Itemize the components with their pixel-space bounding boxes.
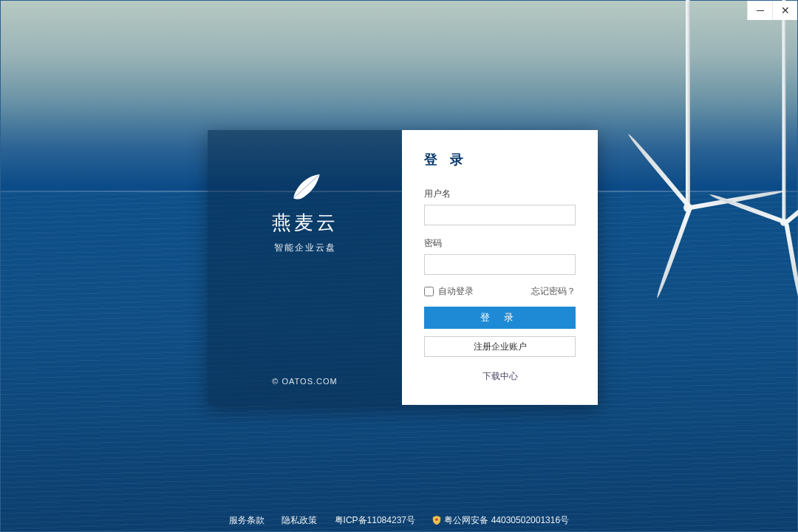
close-button[interactable]: ✕ (772, 1, 797, 20)
minimize-button[interactable] (747, 1, 772, 20)
login-form: 登 录 用户名 密码 自动登录 忘记密码？ 登 录 注册企业账户 下载中心 (402, 130, 598, 405)
download-center-link[interactable]: 下载中心 (424, 370, 576, 383)
login-card: 燕麦云 智能企业云盘 © OATOS.COM 登 录 用户名 密码 自动登录 忘… (208, 130, 598, 405)
auto-login-label: 自动登录 (438, 285, 474, 298)
brand-subtitle: 智能企业云盘 (274, 242, 336, 254)
brand-panel: 燕麦云 智能企业云盘 © OATOS.COM (208, 130, 402, 405)
minimize-icon (757, 10, 764, 11)
auto-login-checkbox[interactable]: 自动登录 (424, 285, 474, 298)
footer-police-link[interactable]: 粤公网安备 44030502001316号 (432, 515, 569, 525)
footer-police-text: 粤公网安备 44030502001316号 (444, 515, 569, 525)
leaf-logo-icon (289, 173, 321, 202)
app-window: ✕ 燕麦云 智能企业云盘 © OATOS.COM 登 录 用户名 密码 自动登 (0, 0, 798, 532)
register-button[interactable]: 注册企业账户 (424, 336, 576, 357)
footer-terms-link[interactable]: 服务条款 (229, 515, 265, 525)
brand-name: 燕麦云 (272, 210, 338, 236)
username-input[interactable] (424, 205, 576, 225)
auto-login-input[interactable] (424, 287, 434, 296)
footer-privacy-link[interactable]: 隐私政策 (282, 515, 317, 525)
police-shield-icon (432, 516, 441, 525)
forgot-password-link[interactable]: 忘记密码？ (531, 285, 576, 298)
username-label: 用户名 (424, 188, 576, 200)
brand-copyright: © OATOS.COM (272, 377, 337, 386)
password-label: 密码 (424, 237, 576, 250)
footer-icp-link[interactable]: 粤ICP备11084237号 (335, 515, 415, 525)
footer: 服务条款 隐私政策 粤ICP备11084237号 粤公网安备 440305020… (1, 514, 797, 527)
svg-point-0 (436, 519, 438, 521)
form-title: 登 录 (424, 151, 576, 168)
login-button[interactable]: 登 录 (424, 307, 576, 329)
window-controls: ✕ (747, 1, 797, 20)
close-icon: ✕ (781, 5, 790, 16)
password-input[interactable] (424, 254, 576, 275)
